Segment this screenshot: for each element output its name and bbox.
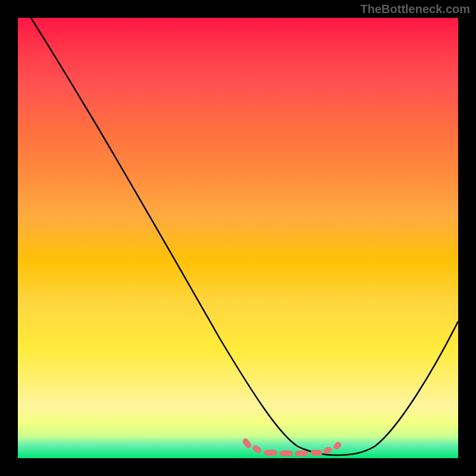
curve-svg xyxy=(18,18,458,458)
accent-dash xyxy=(264,450,277,456)
bottleneck-curve-path xyxy=(31,18,458,455)
plot-area xyxy=(18,18,458,458)
accent-dash xyxy=(280,450,293,456)
accent-dashes xyxy=(264,444,336,452)
watermark-text: TheBottleneck.com xyxy=(361,2,470,16)
accent-dash xyxy=(311,450,322,456)
accent-dash xyxy=(295,450,308,456)
